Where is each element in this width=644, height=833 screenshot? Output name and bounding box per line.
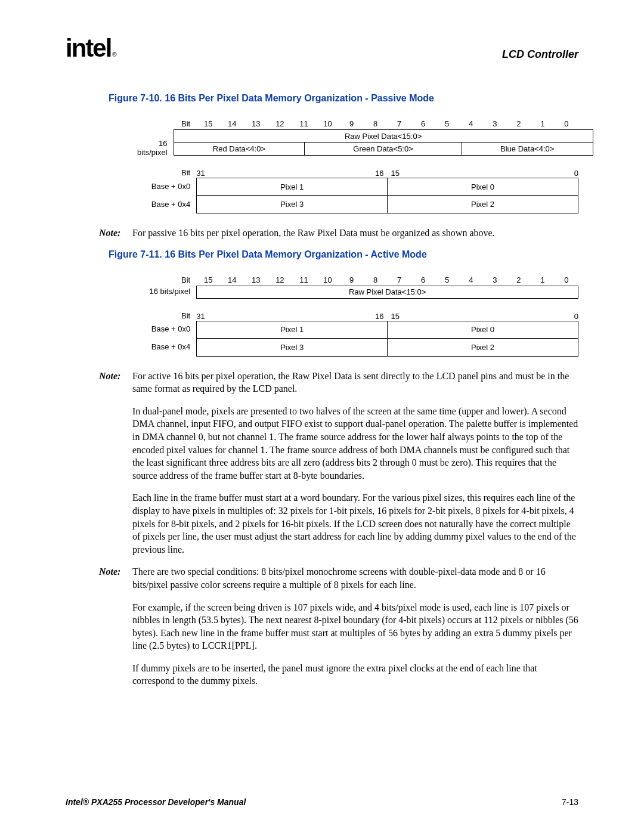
bit-numbers-32: 31 16 15 0 bbox=[196, 312, 578, 321]
bit-n: 10 bbox=[315, 275, 339, 286]
bit-n: 4 bbox=[459, 275, 483, 286]
bit-0: 0 bbox=[559, 169, 578, 178]
bit-n: 9 bbox=[339, 275, 363, 286]
logo-registered: ® bbox=[112, 51, 116, 58]
bit-n: 11 bbox=[292, 119, 315, 129]
note-text: For active 16 bits per pixel operation, … bbox=[132, 370, 578, 395]
raw-pixel-data: Raw Pixel Data<15:0> bbox=[196, 286, 578, 299]
pixel-2: Pixel 2 bbox=[388, 339, 578, 357]
pixel-1: Pixel 1 bbox=[196, 178, 388, 196]
pixel-3: Pixel 3 bbox=[196, 339, 388, 357]
bit-n: 12 bbox=[268, 275, 292, 286]
paragraph-dual-panel: In dual-panel mode, pixels are presented… bbox=[132, 405, 578, 482]
pixel-1: Pixel 1 bbox=[196, 321, 388, 339]
figure-11-title: Figure 7-11. 16 Bits Per Pixel Data Memo… bbox=[109, 249, 578, 260]
bit-numbers-16: 15 14 13 12 11 10 9 8 7 6 5 4 3 2 1 0 bbox=[196, 275, 578, 286]
bit-n: 7 bbox=[388, 275, 411, 286]
base-0x4: Base + 0x4 bbox=[137, 200, 196, 209]
paragraph-word-boundary: Each line in the frame buffer must start… bbox=[132, 491, 578, 556]
green-data: Green Data<5:0> bbox=[305, 143, 462, 156]
paragraph-example: For example, if the screen being driven … bbox=[132, 601, 578, 652]
bit-n: 8 bbox=[364, 119, 388, 129]
bit-n: 15 bbox=[196, 275, 220, 286]
bit-15: 15 bbox=[388, 169, 559, 178]
note-label: Note: bbox=[99, 565, 132, 591]
bit-numbers-16: 15 14 13 12 11 10 9 8 7 6 5 4 3 2 1 0 bbox=[196, 119, 578, 129]
footer-manual-title: Intel® PXA255 Processor Developer's Manu… bbox=[66, 797, 246, 807]
figure-10-title: Figure 7-10. 16 Bits Per Pixel Data Memo… bbox=[109, 93, 578, 104]
bit-n: 13 bbox=[244, 275, 268, 286]
figure-11: Bit 15 14 13 12 11 10 9 8 7 6 5 4 3 2 1 … bbox=[137, 275, 578, 357]
pixel-3: Pixel 3 bbox=[196, 196, 388, 213]
blue-data: Blue Data<4:0> bbox=[462, 143, 593, 156]
bit-n: 11 bbox=[292, 275, 315, 286]
bit-n: 6 bbox=[411, 275, 435, 286]
note-label: Note: bbox=[99, 370, 132, 395]
bit-n: 8 bbox=[364, 275, 388, 286]
pixel-2: Pixel 2 bbox=[388, 196, 578, 213]
pixel-0: Pixel 0 bbox=[388, 321, 578, 339]
row-16bpp-label: 16 bits/pixel bbox=[137, 287, 196, 296]
bit-n: 10 bbox=[315, 119, 339, 129]
bit-n: 9 bbox=[339, 119, 363, 129]
bit-label: Bit bbox=[137, 312, 196, 321]
bit-n: 5 bbox=[435, 119, 459, 129]
bit-n: 1 bbox=[531, 119, 555, 129]
bit-n: 14 bbox=[220, 275, 244, 286]
bit-n: 0 bbox=[555, 275, 578, 286]
base-0x0: Base + 0x0 bbox=[137, 182, 196, 191]
bit-16: 16 bbox=[215, 169, 387, 178]
bit-31: 31 bbox=[196, 169, 215, 178]
pixel-0: Pixel 0 bbox=[388, 178, 578, 196]
note-1: Note: For passive 16 bits per pixel oper… bbox=[99, 227, 578, 240]
paragraph-dummy-pixels: If dummy pixels are to be inserted, the … bbox=[132, 662, 578, 688]
note-label: Note: bbox=[99, 227, 132, 240]
page: intel® LCD Controller Figure 7-10. 16 Bi… bbox=[0, 0, 644, 833]
note-text: There are two special conditions: 8 bits… bbox=[132, 565, 578, 591]
bit-n: 3 bbox=[483, 119, 507, 129]
note-2: Note: For active 16 bits per pixel opera… bbox=[99, 370, 578, 395]
bit-label: Bit bbox=[137, 169, 196, 178]
bit-n: 4 bbox=[459, 119, 483, 129]
footer-page-number: 7-13 bbox=[562, 797, 578, 807]
bit-n: 6 bbox=[411, 119, 435, 129]
bit-n: 15 bbox=[196, 119, 220, 129]
bit-n: 3 bbox=[483, 275, 507, 286]
bit-label: Bit bbox=[137, 276, 196, 285]
figure-10: Bit 15 14 13 12 11 10 9 8 7 6 5 4 3 2 1 … bbox=[137, 119, 578, 213]
bit-numbers-32: 31 16 15 0 bbox=[196, 169, 578, 178]
bit-n: 5 bbox=[435, 275, 459, 286]
note-3: Note: There are two special conditions: … bbox=[99, 565, 578, 591]
bit-n: 13 bbox=[244, 119, 268, 129]
section-title: LCD Controller bbox=[502, 48, 578, 61]
bit-n: 14 bbox=[220, 119, 244, 129]
bit-n: 0 bbox=[555, 119, 578, 129]
bit-n: 7 bbox=[388, 119, 411, 129]
base-0x0: Base + 0x0 bbox=[137, 325, 196, 334]
row-16bpp-label: 16 bits/pixel bbox=[137, 140, 174, 157]
bit-0: 0 bbox=[559, 312, 578, 321]
bit-31: 31 bbox=[196, 312, 215, 321]
logo-text: intel bbox=[66, 34, 111, 62]
bit-label: Bit bbox=[137, 120, 196, 129]
note-text: For passive 16 bits per pixel operation,… bbox=[132, 227, 495, 240]
bit-n: 2 bbox=[507, 275, 531, 286]
page-footer: Intel® PXA255 Processor Developer's Manu… bbox=[66, 797, 578, 807]
raw-pixel-data: Raw Pixel Data<15:0> bbox=[174, 129, 593, 143]
bit-n: 12 bbox=[268, 119, 292, 129]
bit-n: 2 bbox=[507, 119, 531, 129]
page-header: intel® LCD Controller bbox=[66, 36, 578, 61]
bit-16: 16 bbox=[215, 312, 387, 321]
bit-n: 1 bbox=[531, 275, 555, 286]
bit-15: 15 bbox=[388, 312, 559, 321]
intel-logo: intel® bbox=[66, 36, 117, 61]
base-0x4: Base + 0x4 bbox=[137, 343, 196, 352]
red-data: Red Data<4:0> bbox=[174, 143, 305, 156]
